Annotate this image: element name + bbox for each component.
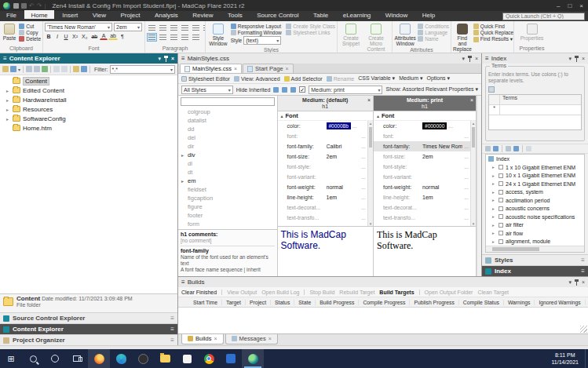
builds-toolbar-button[interactable]: Clear Finished	[181, 290, 222, 295]
pin-icon[interactable]	[575, 56, 579, 62]
index-term-item[interactable]: ▸ 24 x 1 Gigabit Ethernet ENM	[486, 180, 584, 188]
bottom-panel-tab[interactable]: Builds ×	[181, 334, 224, 344]
ellipsis-button[interactable]: ...	[462, 133, 470, 139]
side-by-side-medium-view-icon[interactable]	[282, 87, 287, 93]
builds-toolbar-button[interactable]: View Output	[227, 290, 257, 295]
panel-close-icon[interactable]: ×	[582, 56, 585, 61]
builds-column-header[interactable]: Project	[246, 300, 271, 305]
view-menu-icon[interactable]	[10, 66, 16, 72]
accordion-content-explorer[interactable]: Content Explorer ≡	[0, 323, 177, 334]
term-checkbox[interactable]	[499, 214, 503, 219]
term-checkbox[interactable]	[499, 206, 503, 211]
panel-dropdown-icon[interactable]: ▾	[158, 56, 161, 62]
paste-icon[interactable]	[61, 66, 68, 72]
ellipsis-button[interactable]: ...	[462, 174, 470, 180]
minimize-button[interactable]: –	[557, 2, 560, 9]
tab-close-icon[interactable]: ×	[286, 66, 289, 71]
ellipsis-button[interactable]: ...	[462, 184, 470, 190]
quick-find-button[interactable]: Quick Find	[473, 24, 513, 29]
font-color-button[interactable]: A	[100, 32, 108, 40]
editor-toolbar-button[interactable]: Medium ▾	[399, 75, 422, 82]
style-window-button[interactable]: Style Window	[207, 23, 229, 46]
index-term-item[interactable]: ▸ acoustic noise specifications	[486, 213, 584, 221]
property-row[interactable]: text-decorat... ...	[374, 202, 470, 213]
style-selector[interactable]: Style (text)▾	[231, 36, 284, 45]
index-term-item[interactable]: ▸ acoustic concerns	[486, 205, 584, 213]
builds-toolbar-button[interactable]: Build Targets	[379, 290, 419, 295]
index-tool-icon-1[interactable]	[485, 146, 491, 151]
chrome-icon[interactable]	[198, 349, 220, 368]
menu-icon[interactable]: ≡	[170, 315, 174, 322]
firefox-icon[interactable]	[88, 349, 110, 368]
property-row[interactable]: font-weight: normal ...	[278, 182, 368, 192]
style-item[interactable]: figure	[178, 202, 277, 211]
numbered-list-icon[interactable]	[158, 24, 168, 32]
ellipsis-button[interactable]: ...	[462, 164, 470, 169]
conditions-button[interactable]: Conditions	[418, 24, 449, 29]
responsive-layout-button[interactable]: Responsive Layout	[231, 24, 284, 29]
term-checkbox[interactable]	[499, 181, 503, 186]
style-item[interactable]: dir	[178, 142, 277, 151]
panel-close-icon[interactable]: ×	[475, 56, 478, 61]
hide-inherited-button[interactable]: Hide Inherited	[236, 87, 271, 93]
language-button[interactable]: Language	[418, 30, 449, 35]
bold-button[interactable]: B	[45, 32, 53, 40]
menu-icon[interactable]: ≡	[170, 337, 174, 344]
create-snippet-button[interactable]: Create Snippet	[339, 23, 363, 46]
style-item[interactable]: fieldset	[178, 185, 277, 194]
builds-toolbar-button[interactable]: Open Build Log	[261, 290, 305, 295]
ellipsis-button[interactable]: ...	[360, 133, 367, 139]
builds-column-header[interactable]: Compile Status	[459, 300, 504, 305]
style-item[interactable]: dl	[178, 159, 277, 168]
property-row[interactable]: text-transfo... ...	[374, 213, 470, 223]
formatting-window-button[interactable]: Formatting Window	[231, 30, 284, 35]
term-checkbox[interactable]	[499, 198, 503, 202]
ribbon-tab[interactable]: Review	[186, 10, 219, 19]
builds-column-header[interactable]: State	[294, 300, 316, 305]
pin-icon[interactable]	[575, 279, 579, 286]
style-item[interactable]: colgroup	[178, 107, 277, 116]
mail-icon[interactable]	[220, 349, 242, 368]
ellipsis-button[interactable]: ...	[360, 205, 367, 210]
ribbon-tab[interactable]: Project	[115, 10, 147, 19]
index-term-item[interactable]: ▸ 1 x 10 Gigabit Ethernet ENM	[486, 163, 584, 172]
property-row[interactable]: font-family: Times New Roman ...	[374, 141, 470, 151]
index-term-item[interactable]: ▸ 10 x 1 Gigabit Ethernet ENM	[486, 172, 584, 180]
create-style-class-button[interactable]: Create Style Class	[286, 24, 335, 29]
ellipsis-button[interactable]: ...	[462, 154, 470, 159]
line-spacing-icon[interactable]	[191, 33, 201, 42]
editor-toolbar-button[interactable]: CSS Variable ▾	[358, 75, 395, 82]
style-item[interactable]: datalist	[178, 116, 277, 125]
property-row[interactable]: font-weight: normal ...	[374, 182, 470, 192]
maximize-button[interactable]: □	[568, 2, 572, 9]
close-button[interactable]: ×	[579, 2, 583, 9]
panel-dropdown-icon[interactable]: ▾	[462, 56, 465, 62]
menu-icon[interactable]: ≡	[485, 55, 489, 62]
medium-print-header[interactable]: Medium: print h1 ×	[374, 96, 476, 111]
ribbon-tab[interactable]: View	[86, 10, 112, 19]
all-mediums-view-icon[interactable]	[290, 87, 296, 93]
refresh-icon[interactable]	[42, 66, 48, 72]
scrollbar[interactable]: ▴ ▾	[470, 121, 476, 226]
index-term-item[interactable]: ▸ alignment, module	[486, 238, 584, 246]
edge-icon[interactable]	[110, 349, 132, 368]
tab-close-icon[interactable]: ×	[234, 66, 237, 71]
ellipsis-button[interactable]: ...	[462, 215, 470, 220]
ellipsis-button[interactable]: ...	[360, 174, 367, 180]
tree-item[interactable]: Resources	[0, 104, 177, 114]
tree-item[interactable]: Edited Content	[0, 86, 177, 95]
ribbon-tab[interactable]: Source Control	[250, 10, 305, 19]
italic-button[interactable]: I	[53, 32, 61, 40]
property-row[interactable]: font-family: Calibri ...	[278, 141, 368, 151]
medium-combo[interactable]: Medium: print▾	[309, 86, 382, 94]
index-term-item[interactable]: ▸ access, system	[486, 188, 584, 197]
property-row[interactable]: color: #000000 ...	[374, 121, 470, 131]
builds-column-header[interactable]: Status	[271, 300, 294, 305]
show-desktop-button[interactable]	[585, 349, 588, 368]
index-term-item[interactable]: ▸ air flow	[486, 229, 584, 238]
name-button[interactable]: Name	[418, 36, 449, 42]
find-results-button[interactable]: Find Results ▾	[473, 36, 513, 42]
ribbon-tab[interactable]: Home	[24, 10, 53, 19]
property-row[interactable]: font-variant: ...	[278, 172, 368, 182]
property-row[interactable]: text-decorat... ...	[278, 202, 368, 213]
